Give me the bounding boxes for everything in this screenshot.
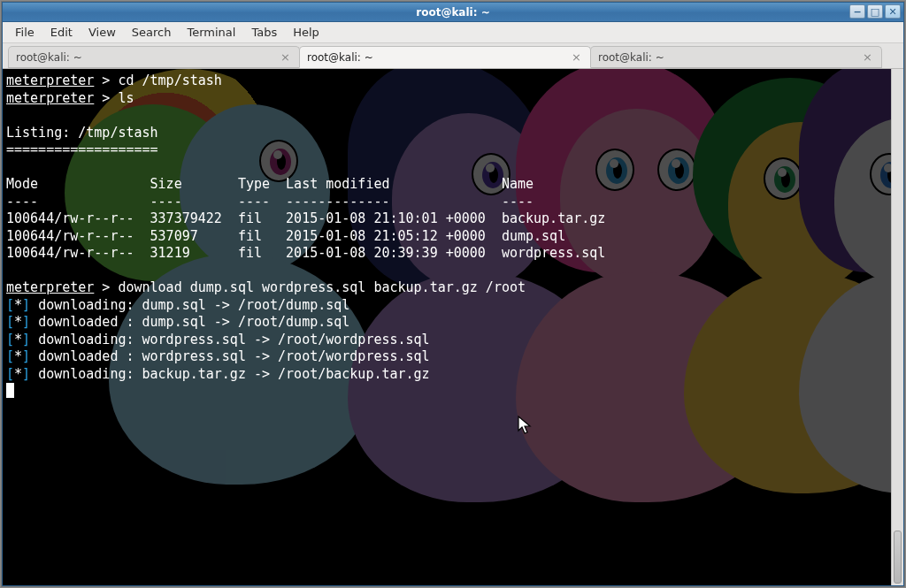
tab-close-icon[interactable]: × — [861, 50, 874, 64]
app-window: root@kali: ~ − □ ✕ File Edit View Search… — [2, 2, 904, 586]
minimize-button[interactable]: − — [849, 4, 865, 19]
col-mode: Mode — [6, 176, 134, 192]
tab-2[interactable]: root@kali: ~ × — [590, 46, 882, 68]
listing-header: Listing: /tmp/stash — [6, 125, 158, 141]
tab-0[interactable]: root@kali: ~ × — [8, 46, 300, 68]
table-row: 100644/rw-r--r-- — [6, 210, 134, 226]
command: ls — [118, 90, 134, 106]
maximize-button[interactable]: □ — [867, 4, 883, 19]
prompt: meterpreter — [6, 279, 94, 295]
menu-terminal[interactable]: Terminal — [180, 24, 242, 41]
tabbar: root@kali: ~ × root@kali: ~ × root@kali:… — [3, 43, 903, 69]
close-button[interactable]: ✕ — [885, 4, 901, 19]
terminal-cursor — [6, 383, 14, 398]
col-type: Type — [238, 176, 270, 192]
menu-view[interactable]: View — [81, 24, 123, 41]
progress-line: downloaded : dump.sql -> /root/dump.sql — [38, 314, 349, 330]
progress-line: downloading: wordpress.sql -> /root/word… — [38, 332, 430, 347]
tab-label: root@kali: ~ — [598, 51, 664, 64]
terminal-output: meterpreter > cd /tmp/stash meterpreter … — [3, 69, 903, 404]
progress-line: downloaded : wordpress.sql -> /root/word… — [38, 348, 430, 364]
scrollbar-thumb[interactable] — [894, 531, 902, 584]
scrollbar-track[interactable] — [892, 69, 903, 585]
menu-edit[interactable]: Edit — [43, 24, 80, 41]
window-controls: − □ ✕ — [849, 4, 901, 19]
prompt: meterpreter — [6, 73, 94, 88]
table-row: 100644/rw-r--r-- — [6, 245, 134, 261]
col-size: Size — [150, 176, 222, 192]
maximize-icon: □ — [871, 6, 879, 18]
tab-close-icon[interactable]: × — [279, 50, 292, 64]
scrollbar-vertical[interactable] — [891, 69, 903, 585]
tab-label: root@kali: ~ — [307, 51, 373, 64]
command: download dump.sql wordpress.sql backup.t… — [118, 279, 526, 295]
prompt: meterpreter — [6, 90, 94, 106]
menu-file[interactable]: File — [8, 24, 42, 41]
tab-1[interactable]: root@kali: ~ × — [299, 46, 591, 68]
menu-tabs[interactable]: Tabs — [244, 24, 284, 41]
titlebar[interactable]: root@kali: ~ − □ ✕ — [3, 3, 903, 22]
col-lastmod: Last modified — [286, 176, 486, 192]
minimize-icon: − — [853, 6, 861, 18]
command: cd /tmp/stash — [118, 73, 221, 88]
tab-label: root@kali: ~ — [16, 51, 82, 64]
menu-search[interactable]: Search — [125, 24, 179, 41]
col-name: Name — [502, 176, 534, 192]
terminal-area[interactable]: meterpreter > cd /tmp/stash meterpreter … — [3, 69, 903, 585]
close-icon: ✕ — [888, 6, 896, 18]
progress-line: downloading: dump.sql -> /root/dump.sql — [38, 297, 349, 313]
menubar: File Edit View Search Terminal Tabs Help — [3, 22, 903, 43]
menu-help[interactable]: Help — [286, 24, 326, 41]
listing-rule: =================== — [6, 141, 158, 157]
progress-line: downloading: backup.tar.gz -> /root/back… — [38, 366, 430, 382]
table-row: 100644/rw-r--r-- — [6, 228, 134, 244]
tab-close-icon[interactable]: × — [570, 50, 583, 64]
window-title: root@kali: ~ — [416, 6, 489, 19]
